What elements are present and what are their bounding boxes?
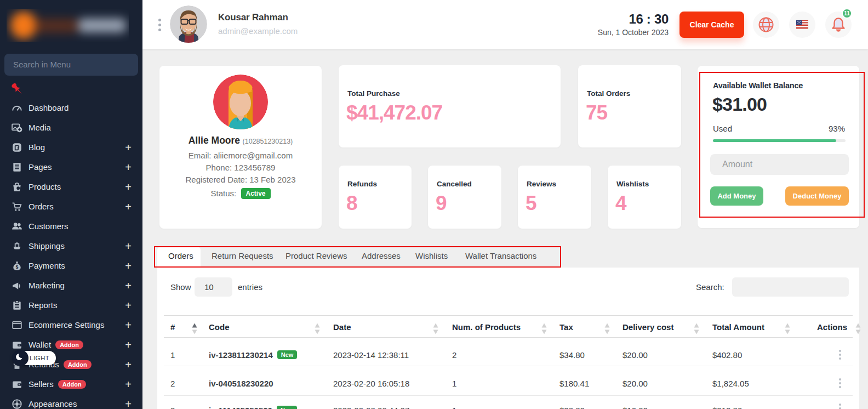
svg-text:$: $	[16, 264, 19, 270]
